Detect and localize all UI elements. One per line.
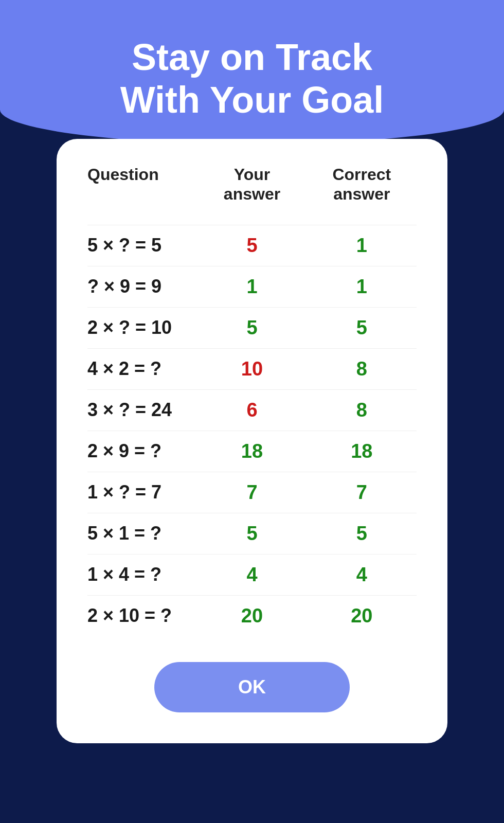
col-correct-answer-header: Correctanswer	[307, 165, 417, 204]
question-cell: 5 × 1 = ?	[87, 523, 197, 544]
your-answer-cell: 4	[197, 564, 307, 586]
table-row: 5 × 1 = ?55	[87, 513, 417, 554]
your-answer-cell: 5	[197, 235, 307, 257]
question-cell: 4 × 2 = ?	[87, 358, 197, 380]
table-row: 4 × 2 = ?108	[87, 348, 417, 389]
correct-answer-cell: 7	[307, 481, 417, 504]
title-line1: Stay on Track	[132, 37, 372, 78]
ok-button[interactable]: OK	[154, 662, 350, 712]
correct-answer-cell: 1	[307, 276, 417, 298]
your-answer-cell: 5	[197, 523, 307, 545]
correct-answer-cell: 20	[307, 605, 417, 627]
your-answer-cell: 10	[197, 358, 307, 380]
correct-answer-cell: 5	[307, 523, 417, 545]
question-cell: ? × 9 = 9	[87, 276, 197, 297]
table-row: 1 × ? = 777	[87, 472, 417, 513]
question-cell: 1 × ? = 7	[87, 481, 197, 503]
page-title: Stay on Track With Your Goal	[0, 0, 504, 121]
your-answer-cell: 20	[197, 605, 307, 627]
your-answer-cell: 6	[197, 399, 307, 421]
your-answer-cell: 1	[197, 276, 307, 298]
your-answer-cell: 5	[197, 317, 307, 339]
correct-answer-cell: 1	[307, 235, 417, 257]
your-answer-cell: 7	[197, 481, 307, 504]
correct-answer-cell: 8	[307, 358, 417, 380]
correct-answer-cell: 8	[307, 399, 417, 421]
col-question-header: Question	[87, 165, 197, 204]
question-cell: 3 × ? = 24	[87, 399, 197, 421]
table-row: 5 × ? = 551	[87, 225, 417, 266]
question-cell: 2 × 9 = ?	[87, 440, 197, 462]
title-line2: With Your Goal	[120, 79, 384, 120]
table-row: ? × 9 = 911	[87, 266, 417, 307]
correct-answer-cell: 5	[307, 317, 417, 339]
correct-answer-cell: 18	[307, 440, 417, 462]
table-row: 2 × ? = 1055	[87, 307, 417, 348]
col-your-answer-header: Youranswer	[197, 165, 307, 204]
question-cell: 5 × ? = 5	[87, 235, 197, 256]
question-cell: 2 × 10 = ?	[87, 605, 197, 627]
correct-answer-cell: 4	[307, 564, 417, 586]
question-cell: 1 × 4 = ?	[87, 564, 197, 585]
table-header: Question Youranswer Correctanswer	[87, 165, 417, 209]
table-row: 3 × ? = 2468	[87, 389, 417, 431]
table-row: 2 × 9 = ?1818	[87, 431, 417, 472]
your-answer-cell: 18	[197, 440, 307, 462]
question-cell: 2 × ? = 10	[87, 317, 197, 338]
table-body: 5 × ? = 551? × 9 = 9112 × ? = 10554 × 2 …	[87, 225, 417, 636]
table-row: 1 × 4 = ?44	[87, 554, 417, 595]
table-row: 2 × 10 = ?2020	[87, 595, 417, 636]
results-card: Question Youranswer Correctanswer 5 × ? …	[57, 139, 447, 743]
